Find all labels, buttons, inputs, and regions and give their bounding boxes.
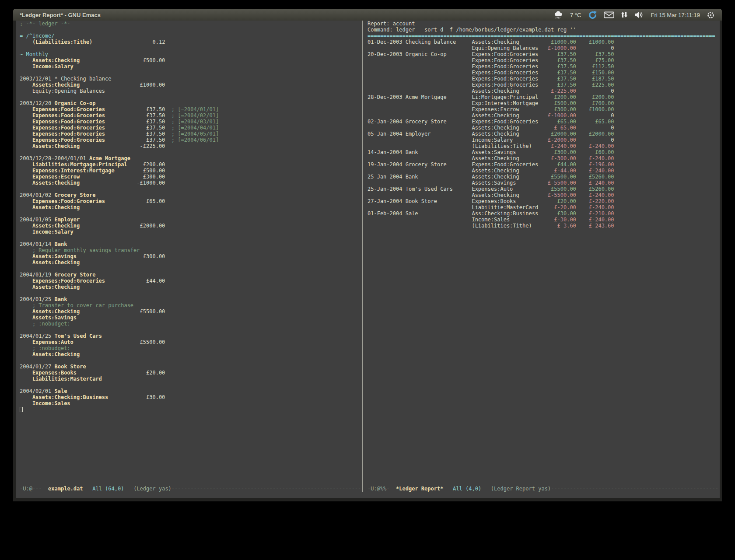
report-separator: ========================================… [368, 33, 720, 39]
report-row: Assets:Savings £-5500.00 £-240.00 [368, 180, 720, 186]
session-icon[interactable] [707, 11, 715, 19]
ledger-line: ; :nobudget: [20, 321, 362, 327]
emacs-window: *Ledger Report* - GNU Emacs 7 °C [13, 9, 722, 501]
weather-icon[interactable] [553, 10, 564, 19]
ledger-line: Assets:Checking:Business £30.00 [20, 394, 362, 400]
report-row: Expens:Food:Groceries £37.50 £150.00 [368, 70, 720, 76]
ledger-line: 2004/02/01 Sale [20, 388, 362, 394]
report-header-line: Report: account [368, 21, 720, 27]
report-row: 02-Jan-2004 Grocery Store Expens:Food:Gr… [368, 119, 720, 125]
ledger-line [20, 186, 362, 192]
report-row: 20-Dec-2003 Organic Co-op Expens:Food:Gr… [368, 51, 720, 57]
ledger-line: Expenses:Books £20.00 [20, 370, 362, 376]
ledger-line: 2003/12/28=2004/01/01 Acme Mortgage [20, 155, 362, 161]
temperature-label: 7 °C [570, 12, 581, 18]
ledger-line: Assets:Checking [20, 204, 362, 210]
echo-area[interactable] [16, 492, 720, 508]
report-row: 27-Jan-2004 Book Store Expenses:Books £2… [368, 198, 720, 204]
report-row: Income:Sales £-30.00 £-240.00 [368, 217, 720, 223]
ledger-line [20, 382, 362, 388]
ledger-line: 2003/12/20 Organic Co-op [20, 100, 362, 106]
ledger-line [20, 235, 362, 241]
emacs-content: ; -*- ledger -*-= /^Income/ (Liabilities… [13, 21, 722, 501]
report-row: (Liabilities:Tithe) £-240.00 £-240.00 [368, 143, 720, 149]
ledger-line: Income:Salary [20, 63, 362, 70]
refresh-icon[interactable] [588, 10, 597, 20]
ledger-line: ; Transfer to cover car purchase [20, 302, 362, 308]
ledger-line [20, 149, 362, 155]
ledger-line: 2004/01/27 Book Store [20, 364, 362, 370]
report-row: Assets:Checking £-300.00 £-240.00 [368, 155, 720, 161]
window-title: *Ledger Report* - GNU Emacs [13, 12, 101, 18]
ledger-file-window[interactable]: ; -*- ledger -*-= /^Income/ (Liabilities… [16, 21, 362, 486]
report-row: Expens:Food:Groceries £37.50 £75.00 [368, 57, 720, 63]
ledger-line: Assets:Savings [20, 315, 362, 321]
modeline-ledger-file[interactable]: -U:@--- example.dat All (64,0) (Ledger y… [16, 486, 362, 492]
report-row: Expens:Food:Groceries £37.50 £112.50 [368, 63, 720, 70]
modeline-ledger-report[interactable]: -U:@%%- *Ledger Report* All (4,0) (Ledge… [363, 486, 720, 492]
ledger-line [20, 210, 362, 217]
window-titlebar[interactable]: *Ledger Report* - GNU Emacs 7 °C [13, 9, 722, 21]
report-row: (Liabilities:Tithe) £-3.60 £-243.60 [368, 223, 720, 229]
report-row: Assets:Checking £-1000.00 0 [368, 112, 720, 119]
report-row: 01-Dec-2003 Checking balance Assets:Chec… [368, 39, 720, 45]
system-tray: 7 °C [553, 10, 722, 20]
ledger-report-window[interactable]: Report: account Command: ledger --sort d… [363, 21, 720, 486]
report-row: 28-Dec-2003 Acme Mortgage Li:Mortgage:Pr… [368, 94, 720, 100]
ledger-line: Expenses:Food:Groceries £37.50 ; [=2004/… [20, 131, 362, 137]
ledger-line: 2003/12/01 * Checking balance [20, 76, 362, 82]
report-row: Assets:Checking £-65.00 0 [368, 125, 720, 131]
ledger-line [20, 27, 362, 33]
ledger-line [20, 94, 362, 100]
report-row: Equi:Opening Balances £-1000.00 0 [368, 45, 720, 51]
ledger-line: Expenses:Interest:Mortgage £500.00 [20, 168, 362, 174]
report-row: 25-Jan-2004 Tom's Used Cars Expenses:Aut… [368, 186, 720, 192]
ledger-line: = /^Income/ [20, 33, 362, 39]
ledger-line [20, 357, 362, 364]
report-row: Income:Salary £-2000.00 0 [368, 137, 720, 143]
ledger-line: Assets:Checking [20, 259, 362, 266]
ledger-line: Expenses:Escrow £300.00 [20, 174, 362, 180]
report-row: 25-Jan-2004 Bank Assets:Checking £5500.0… [368, 174, 720, 180]
ledger-line [20, 45, 362, 51]
volume-icon[interactable] [634, 11, 644, 19]
ledger-line: ; :nobudget: [20, 345, 362, 351]
report-row: Assets:Checking £-44.00 £-240.00 [368, 168, 720, 174]
report-row: Assets:Checking £-225.00 0 [368, 88, 720, 94]
ledger-line: (Liabilities:Tithe) 0.12 [20, 39, 362, 45]
ledger-line [20, 290, 362, 296]
ledger-line [20, 266, 362, 272]
report-row: 14-Jan-2004 Bank Assets:Savings £300.00 … [368, 149, 720, 155]
ledger-line: Expenses:Auto £5500.00 [20, 339, 362, 345]
report-row: Expens:Food:Groceries £37.50 £187.50 [368, 76, 720, 82]
ledger-line: ~ Monthly [20, 51, 362, 57]
clock-label: Fri 15 Mar 17:11:19 [651, 12, 700, 18]
ledger-line: Assets:Checking £1000.00 [20, 82, 362, 88]
ledger-line: Liabilities:Mortgage:Principal £200.00 [20, 161, 362, 168]
ledger-line: Assets:Checking [20, 351, 362, 357]
ledger-line: 2004/01/14 Bank [20, 241, 362, 247]
ledger-line: 2004/01/19 Grocery Store [20, 272, 362, 278]
ledger-line: Income:Sales [20, 400, 362, 406]
network-icon[interactable] [621, 11, 628, 19]
ledger-line: ; Regular monthly savings transfer [20, 247, 362, 253]
ledger-line: Liabilities:MasterCard [20, 376, 362, 382]
ledger-line: 2004/01/25 Tom's Used Cars [20, 333, 362, 339]
report-row: 05-Jan-2004 Employer Assets:Checking £20… [368, 131, 720, 137]
report-row: Exp:Interest:Mortgage £500.00 £700.00 [368, 100, 720, 106]
report-row: 01-Feb-2004 Sale Ass:Checking:Business £… [368, 210, 720, 217]
report-row: Liabilitie:MasterCard £-20.00 £-240.00 [368, 204, 720, 210]
ledger-line: Assets:Checking -£225.00 [20, 143, 362, 149]
ledger-line: Expenses:Food:Groceries £65.00 [20, 198, 362, 204]
desktop-screen: *Ledger Report* - GNU Emacs 7 °C [0, 0, 735, 560]
ledger-line [20, 70, 362, 76]
ledger-line: 2004/01/25 Bank [20, 296, 362, 302]
report-row: Assets:Checking £-5500.00 £-240.00 [368, 192, 720, 198]
report-row: 19-Jan-2004 Grocery Store Expens:Food:Gr… [368, 161, 720, 168]
ledger-line: Expenses:Food:Groceries £37.50 ; [=2004/… [20, 119, 362, 125]
mail-icon[interactable] [604, 11, 614, 18]
ledger-line: Assets:Checking [20, 284, 362, 290]
ledger-line: 2004/01/05 Employer [20, 217, 362, 223]
ledger-line: Assets:Savings £300.00 [20, 253, 362, 259]
ledger-line: Assets:Checking -£1000.00 [20, 180, 362, 186]
